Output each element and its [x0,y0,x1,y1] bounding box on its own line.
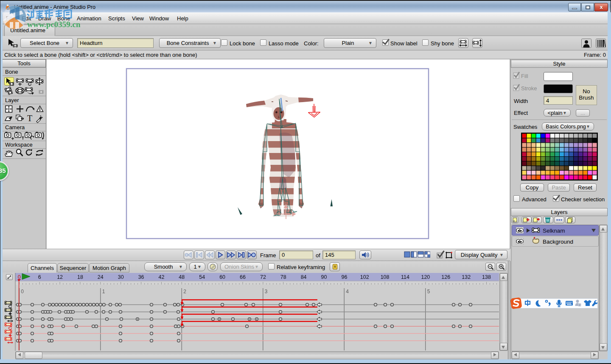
svg-text:138: 138 [482,274,491,280]
svg-text:1: 1 [102,289,105,295]
svg-text:126: 126 [441,274,450,280]
svg-text:84: 84 [301,274,307,280]
svg-text:2: 2 [183,289,186,295]
svg-text:120: 120 [421,274,430,280]
svg-text:60: 60 [219,274,225,280]
svg-text:4: 4 [346,289,349,295]
svg-text:78: 78 [280,274,286,280]
svg-text:108: 108 [381,274,390,280]
svg-text:0: 0 [18,274,21,280]
svg-text:12: 12 [57,274,63,280]
svg-text:30: 30 [118,274,124,280]
svg-text:42: 42 [159,274,165,280]
svg-text:18: 18 [77,274,83,280]
svg-text:0: 0 [21,289,24,295]
svg-text:36: 36 [138,274,144,280]
svg-text:90: 90 [321,274,327,280]
svg-text:66: 66 [240,274,246,280]
svg-text:114: 114 [401,274,409,280]
svg-text:132: 132 [462,274,471,280]
svg-text:6: 6 [38,274,41,280]
svg-text:72: 72 [260,274,266,280]
svg-text:2: 2 [579,303,580,306]
svg-text:24: 24 [98,274,104,280]
svg-text:3: 3 [265,289,268,295]
svg-text:48: 48 [179,274,185,280]
svg-text:54: 54 [199,274,205,280]
svg-text:5: 5 [427,289,430,295]
svg-text:96: 96 [341,274,347,280]
svg-text:102: 102 [360,274,369,280]
